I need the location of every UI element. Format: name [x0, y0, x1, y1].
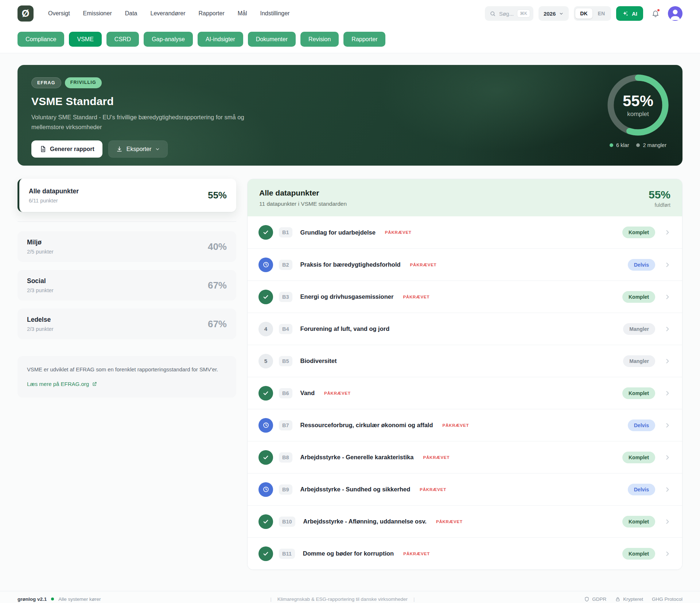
datapoint-code: B4 — [279, 324, 292, 334]
logo-glyph: Ø — [22, 8, 29, 19]
subnav-tab-rapporter[interactable]: Rapporter — [343, 32, 385, 47]
lang-dk-button[interactable]: DK — [575, 8, 592, 19]
category-percent: 55% — [208, 190, 227, 201]
nav-item-mål[interactable]: Mål — [238, 10, 247, 17]
year-value: 2026 — [544, 11, 556, 17]
year-selector[interactable]: 2026 — [538, 6, 569, 21]
datapoint-row-b6[interactable]: B6VandPÅKRÆVETKomplet — [248, 377, 682, 409]
datapoint-row-b10[interactable]: B10Arbejdsstyrke - Aflønning, uddannelse… — [248, 505, 682, 537]
datapoint-row-b4[interactable]: 4B4Forurening af luft, vand og jordMangl… — [248, 313, 682, 345]
search-icon — [490, 11, 496, 17]
hero-subtitle: Voluntary SME Standard - EU's frivillige… — [31, 112, 246, 132]
user-avatar[interactable] — [668, 6, 682, 21]
subnav-tab-ai-indsigter[interactable]: AI-indsigter — [198, 32, 243, 47]
category-card-ledelse[interactable]: Ledelse2/3 punkter67% — [18, 309, 236, 339]
external-link-icon — [92, 381, 97, 387]
subnav-tab-gap-analyse[interactable]: Gap-analyse — [144, 32, 193, 47]
lang-en-button[interactable]: EN — [593, 8, 610, 19]
category-card-miljø[interactable]: Miljø2/5 punkter40% — [18, 231, 236, 262]
datapoint-row-b11[interactable]: B11Domme og bøder for korruptionPÅKRÆVET… — [248, 537, 682, 569]
topbar-controls: Søg... ⌘K 2026 DK EN AI — [485, 6, 682, 21]
status-clock-icon — [258, 258, 273, 272]
datapoint-code: B10 — [279, 517, 295, 527]
generate-report-button[interactable]: Generer rapport — [31, 140, 102, 158]
efrag-badge: EFRAG — [31, 77, 61, 88]
category-percent: 40% — [208, 241, 227, 252]
status-check-icon — [258, 290, 273, 304]
ai-button[interactable]: AI — [616, 6, 643, 21]
nav-item-leverandører[interactable]: Leverandører — [151, 10, 186, 17]
datapoint-row-b8[interactable]: B8Arbejdsstyrke - Generelle karakteristi… — [248, 441, 682, 473]
nav-item-data[interactable]: Data — [125, 10, 137, 17]
datapoint-row-b2[interactable]: B2Praksis for bæredygtighedsforholdPÅKRÆ… — [248, 248, 682, 281]
nav-item-oversigt[interactable]: Oversigt — [48, 10, 70, 17]
datapoint-row-b5[interactable]: 5B5BiodiversitetMangler — [248, 345, 682, 377]
category-sidebar: Alle datapunkter6/11 punkter55%Miljø2/5 … — [18, 179, 236, 398]
datapoint-row-b3[interactable]: B3Energi og drivhusgasemissionerPÅKRÆVET… — [248, 281, 682, 313]
main-content: Alle datapunkter6/11 punkter55%Miljø2/5 … — [18, 179, 682, 570]
search-input[interactable]: Søg... ⌘K — [485, 6, 533, 21]
status-check-icon — [258, 450, 273, 465]
status-clock-icon — [258, 418, 273, 433]
category-card-social[interactable]: Social2/3 punkter67% — [18, 270, 236, 301]
datapoint-code: B1 — [279, 227, 292, 237]
status-pill: Komplet — [622, 387, 655, 399]
footer-tagline: Klimaregnskab & ESG-rapportering til dan… — [277, 596, 408, 602]
required-badge: PÅKRÆVET — [385, 230, 412, 235]
datapoint-code: B8 — [279, 452, 292, 463]
sparkles-icon — [622, 10, 629, 17]
chevron-right-icon — [664, 422, 671, 429]
datapoint-title: Praksis for bæredygtighedsforhold — [300, 261, 401, 268]
chevron-right-icon — [664, 357, 671, 365]
category-list: Alle datapunkter6/11 punkter55%Miljø2/5 … — [18, 179, 236, 339]
subnav-tab-dokumenter[interactable]: Dokumenter — [248, 32, 296, 47]
export-button[interactable]: Eksporter — [108, 140, 168, 158]
datapoint-title: Arbejdsstyrke - Generelle karakteristika — [300, 454, 414, 461]
category-label: Miljø — [27, 239, 54, 246]
status-pill: Komplet — [622, 227, 655, 238]
required-badge: PÅKRÆVET — [423, 455, 450, 460]
datapoint-code: B11 — [279, 549, 295, 559]
required-badge: PÅKRÆVET — [403, 552, 430, 556]
subnav-tab-vsme[interactable]: VSME — [69, 32, 101, 47]
datapoint-row-b7[interactable]: B7Ressourceforbrug, cirkulær økonomi og … — [248, 409, 682, 441]
legend-dot — [636, 143, 640, 147]
category-count: 2/5 punkter — [27, 249, 54, 255]
footer-badge-ghg-protocol: GHG Protocol — [652, 596, 682, 602]
status-pill: Komplet — [622, 291, 655, 303]
chevron-right-icon — [664, 293, 671, 301]
hero-content: EFRAG FRIVILLIG VSME Standard Voluntary … — [31, 77, 669, 158]
app-logo[interactable]: Ø — [18, 5, 34, 22]
nav-item-indstillinger[interactable]: Indstillinger — [260, 10, 290, 17]
system-status: Alle systemer kører — [58, 596, 101, 602]
nav-item-rapporter[interactable]: Rapporter — [199, 10, 225, 17]
footer-separator: | — [270, 596, 272, 602]
datapoint-title: Forurening af luft, vand og jord — [300, 325, 390, 332]
legend-label: 6 klar — [616, 142, 629, 148]
nav-item-emissioner[interactable]: Emissioner — [83, 10, 112, 17]
datapoint-row-b1[interactable]: B1Grundlag for udarbejdelsePÅKRÆVETKompl… — [248, 216, 682, 248]
chevron-right-icon — [664, 229, 671, 236]
subnav-tab-csrd[interactable]: CSRD — [106, 32, 139, 47]
status-clock-icon — [258, 482, 273, 497]
category-count: 2/3 punkter — [27, 287, 54, 293]
panel-subtitle: 11 datapunkter i VSME standarden — [259, 201, 347, 207]
subnav-tab-compliance[interactable]: Compliance — [18, 32, 64, 47]
panel-title: Alle datapunkter — [259, 189, 347, 197]
subnav-tab-revision[interactable]: Revision — [300, 32, 339, 47]
category-card-alle-datapunkter[interactable]: Alle datapunkter6/11 punkter55% — [18, 179, 236, 212]
status-pill: Mangler — [623, 323, 655, 335]
footer-badges: GDPRKrypteretGHG Protocol — [584, 596, 682, 602]
hero-card: EFRAG FRIVILLIG VSME Standard Voluntary … — [18, 65, 682, 166]
footer-left: grønlog v2.1 Alle systemer kører — [18, 596, 101, 602]
footer-brand: grønlog v2.1 — [18, 596, 47, 602]
notifications-button[interactable] — [648, 6, 663, 21]
main-nav: OversigtEmissionerDataLeverandørerRappor… — [48, 10, 289, 17]
datapoint-code: B6 — [279, 388, 292, 398]
datapoint-code: B9 — [279, 484, 292, 495]
datapoint-row-b9[interactable]: B9Arbejdsstyrke - Sundhed og sikkerhedPÅ… — [248, 473, 682, 505]
footer: grønlog v2.1 Alle systemer kører | Klima… — [0, 591, 700, 603]
category-count: 6/11 punkter — [29, 198, 79, 204]
chevron-right-icon — [664, 454, 671, 461]
efrag-link[interactable]: Læs mere på EFRAG.org — [27, 380, 227, 388]
